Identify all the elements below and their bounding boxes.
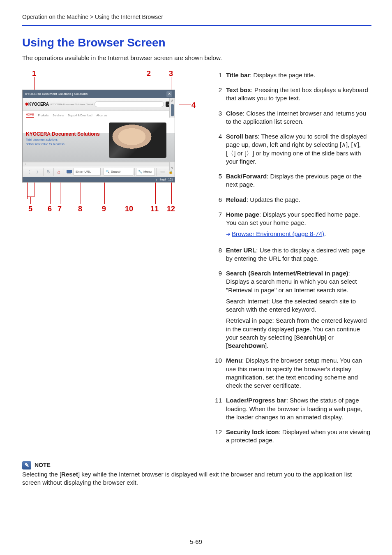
status-num: 101 [168, 178, 173, 181]
tab-support[interactable]: Support & Download [68, 114, 92, 118]
status-left: v [156, 178, 157, 181]
forward-button[interactable]: 〉 [35, 168, 42, 176]
breadcrumb-sub: Using the Internet Browser [95, 14, 163, 20]
label-lock: Security lock icon [226, 428, 279, 435]
label-home-page: Home page [226, 211, 259, 218]
kyocera-logo: ✱KYOCERA [25, 102, 49, 107]
note-text: Selecting the [Reset] key while the Inte… [22, 470, 371, 487]
label-text-box: Text box [226, 86, 251, 93]
horizontal-scrollbar[interactable]: 〈 〉 [23, 162, 175, 166]
chevron-up-icon: ∧ [341, 141, 346, 148]
breadcrumb: Operation on the Machine > Using the Int… [22, 13, 371, 26]
bold-searchdown: SearchDown [228, 342, 265, 349]
bold-searchup: SearchUp [296, 334, 325, 341]
status-right: ibapl [160, 178, 166, 181]
text-box-input[interactable] [95, 101, 164, 107]
callout-12: 12 [167, 204, 175, 214]
browser-diagram: KYOCERA Document Solutions | Solutions ✕… [22, 90, 175, 183]
title-bar: KYOCERA Document Solutions | Solutions ✕ [23, 90, 175, 98]
close-icon[interactable]: ✕ [166, 91, 172, 97]
label-enter-url: Enter URL [226, 247, 256, 254]
menu-button[interactable]: 🔧Menu [136, 168, 155, 176]
status-bar: v ibapl 101 [23, 177, 175, 182]
intro-text: The operations available in the Internet… [22, 54, 371, 62]
reload-button[interactable]: ↻ [45, 168, 52, 176]
label-close: Close [226, 110, 243, 117]
callout-8: 8 [78, 204, 82, 214]
arrow-right-icon: ➔ [226, 231, 231, 238]
note-icon: ✎ [22, 461, 31, 469]
callout-4: 4 [191, 100, 196, 110]
label-title-bar: Title bar [226, 72, 250, 79]
browser-toolbar: 〈 〉 ↻ ⌂ Enter URL 🔍Search 🔧Menu [23, 166, 175, 177]
title-bar-text: KYOCERA Document Solutions | Solutions [25, 92, 88, 97]
description-list: 1 Title bar: Displays the page title. 2 … [213, 71, 371, 448]
callout-5: 5 [28, 204, 32, 214]
chevron-right-icon: 〉 [246, 150, 252, 157]
note-title: NOTE [35, 461, 51, 469]
tab-products[interactable]: Products [38, 114, 49, 118]
enter-url-field[interactable]: Enter URL [74, 168, 101, 176]
wrench-icon: 🔧 [138, 170, 142, 174]
callout-11: 11 [150, 204, 159, 214]
breadcrumb-section: Operation on the Machine [22, 14, 88, 20]
scroll-up-icon[interactable]: ∧ [170, 98, 175, 103]
chevron-down-icon: ∨ [353, 141, 357, 148]
label-back-forward: Back/Forward [226, 173, 267, 180]
tab-solutions[interactable]: Solutions [53, 114, 64, 118]
enter-url-icon[interactable] [65, 168, 73, 176]
page-title: Using the Browser Screen [22, 35, 371, 51]
scroll-thumb[interactable] [171, 104, 174, 116]
scroll-left-icon[interactable]: 〈 [23, 162, 28, 167]
search-icon: 🔍 [106, 170, 110, 174]
label-menu: Menu [226, 357, 242, 364]
page-number: 5-69 [0, 538, 392, 546]
tab-home[interactable]: HOME [26, 113, 34, 118]
chevron-left-icon: 〈 [228, 150, 234, 157]
callout-9: 9 [102, 204, 106, 214]
back-button[interactable]: 〈 [24, 168, 32, 176]
url-bar: ✱KYOCERA KYOCERA Document Solutions Glob… [23, 98, 175, 111]
home-button[interactable]: ⌂ [55, 168, 62, 176]
reset-bold: Reset [61, 471, 78, 478]
page-content: KYOCERA Document Solutions Total documen… [23, 118, 175, 162]
progress-bar [160, 171, 165, 173]
hero-image [109, 123, 166, 158]
logo-subtext: KYOCERA Document Solutions Global [51, 103, 93, 106]
callout-7: 7 [58, 204, 62, 214]
label-reload: Reload [226, 196, 247, 203]
scroll-down-icon[interactable]: ∨ [170, 166, 175, 171]
note-box: ✎ NOTE Selecting the [Reset] key while t… [22, 461, 371, 487]
search-field[interactable]: 🔍Search [104, 168, 133, 176]
site-tabs: HOME Products Solutions Support & Downlo… [23, 111, 175, 118]
label-scroll-bars: Scroll bars [226, 133, 258, 140]
label-progress: Loader/Progress bar [226, 397, 286, 404]
tab-about[interactable]: About us [97, 114, 107, 118]
browser-env-link[interactable]: Browser Environment (page 8-74) [232, 230, 324, 237]
label-search: Search (Search Internet/Retrieval in pag… [226, 270, 348, 277]
callout-10: 10 [125, 204, 133, 214]
callout-6: 6 [48, 204, 52, 214]
